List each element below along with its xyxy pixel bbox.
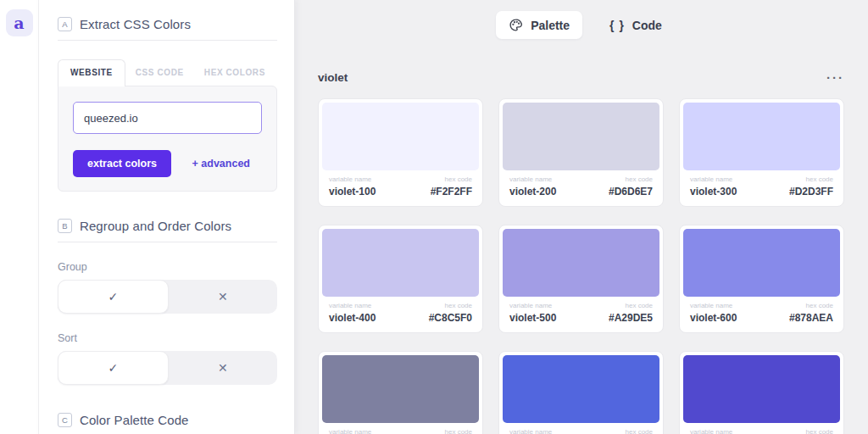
color-swatch [683,103,840,170]
swatch-grid: variable name hex code violet-100 #F2F2F… [318,98,844,434]
swatch-card[interactable]: variable name hex code violet-600 #878AE… [679,225,844,333]
source-tabs: WEBSITE CSS CODE HEX COLORS [58,59,277,86]
website-url-input[interactable] [73,102,262,134]
tab-website[interactable]: WEBSITE [58,59,125,86]
color-swatch [503,355,659,423]
group-toggle-no[interactable]: ✕ [169,280,278,314]
variable-name-value: violet-400 [329,312,376,324]
view-switcher: Palette { } Code [295,0,868,39]
sort-toggle-yes[interactable]: ✓ [58,351,169,385]
app-logo[interactable]: a [6,9,33,36]
advanced-link[interactable]: + advanced [192,158,250,170]
color-swatch [322,229,479,297]
variable-name-label: variable name [690,302,732,309]
sort-label: Sort [58,332,277,344]
palette-tab-label: Palette [531,19,570,32]
color-swatch [683,355,840,423]
hex-code-value: #A29DE5 [609,312,653,324]
code-tab-label: Code [632,19,662,32]
variable-name-value: violet-100 [329,186,376,198]
variable-name-value: violet-500 [509,312,556,324]
color-swatch [322,103,479,170]
variable-name-value: violet-200 [509,186,556,198]
check-icon: ✓ [108,361,118,375]
settings-panel: A Extract CSS Colors WEBSITE CSS CODE HE… [39,0,295,434]
swatch-card[interactable]: variable name hex code [498,351,664,434]
divider [58,242,277,242]
section-a-title: Extract CSS Colors [80,17,191,31]
divider [58,40,277,41]
variable-name-label: variable name [690,175,732,183]
section-c-badge: C [58,413,72,427]
palette-content: violet ··· variable name hex code violet… [295,39,868,434]
color-group-header: violet ··· [318,71,844,84]
hex-code-label: hex code [445,302,472,309]
x-icon: ✕ [218,290,228,303]
hex-code-label: hex code [626,428,653,434]
swatch-card[interactable]: variable name hex code [318,351,483,434]
left-rail: a [0,0,39,434]
sort-toggle: ✓ ✕ [58,351,277,385]
color-swatch [503,103,659,170]
hex-code-value: #D2D3FF [789,186,833,198]
section-b-header: B Regroup and Order Colors [58,219,277,233]
swatch-card[interactable]: variable name hex code violet-500 #A29DE… [498,225,664,333]
group-toggle-yes[interactable]: ✓ [58,280,169,314]
tab-code[interactable]: { } Code [604,12,667,39]
hex-code-label: hex code [806,428,833,434]
section-a-badge: A [58,17,72,31]
hex-code-label: hex code [806,175,833,183]
extract-colors-button[interactable]: extract colors [73,150,171,177]
sort-toggle-no[interactable]: ✕ [169,351,278,385]
swatch-card[interactable]: variable name hex code violet-100 #F2F2F… [318,98,483,207]
section-b-badge: B [58,219,72,233]
color-swatch [322,355,479,423]
hex-code-label: hex code [626,175,653,183]
variable-name-label: variable name [509,302,552,309]
hex-code-value: #878AEA [789,312,833,324]
hex-code-value: #D6D6E7 [609,186,653,198]
variable-name-label: variable name [509,175,552,183]
section-c-header: C Color Palette Code [58,413,277,427]
hex-code-label: hex code [445,175,472,183]
variable-name-value: violet-600 [690,312,737,324]
main-area: Palette { } Code violet ··· variable nam… [295,0,868,434]
hex-code-label: hex code [806,302,833,309]
variable-name-value: violet-300 [690,186,737,198]
section-a-header: A Extract CSS Colors [58,17,277,31]
color-swatch [683,229,840,297]
variable-name-label: variable name [690,428,732,434]
hex-code-value: #C8C5F0 [429,312,472,324]
variable-name-label: variable name [329,175,371,183]
swatch-card[interactable]: variable name hex code violet-200 #D6D6E… [498,98,664,207]
swatch-card[interactable]: variable name hex code [679,351,844,434]
website-input-box: extract colors + advanced [58,86,277,192]
variable-name-label: variable name [329,302,371,309]
swatch-card[interactable]: variable name hex code violet-300 #D2D3F… [679,98,844,207]
check-icon: ✓ [108,290,118,303]
color-group-name: violet [318,71,348,84]
group-toggle: ✓ ✕ [58,280,277,314]
tab-hex-colors[interactable]: HEX COLORS [194,60,275,86]
section-b-title: Regroup and Order Colors [80,219,231,233]
variable-name-label: variable name [329,428,371,434]
palette-icon [509,18,523,32]
group-menu-button[interactable]: ··· [826,74,844,82]
swatch-card[interactable]: variable name hex code violet-400 #C8C5F… [318,225,483,333]
tab-css-code[interactable]: CSS CODE [125,60,194,86]
color-swatch [503,229,659,297]
x-icon: ✕ [218,361,228,375]
code-braces-icon: { } [609,19,625,32]
hex-code-value: #F2F2FF [431,186,472,198]
section-c-title: Color Palette Code [80,413,189,427]
hex-code-label: hex code [445,428,472,434]
tab-palette[interactable]: Palette [496,11,582,39]
variable-name-label: variable name [509,428,552,434]
hex-code-label: hex code [626,302,653,309]
group-label: Group [58,261,277,273]
